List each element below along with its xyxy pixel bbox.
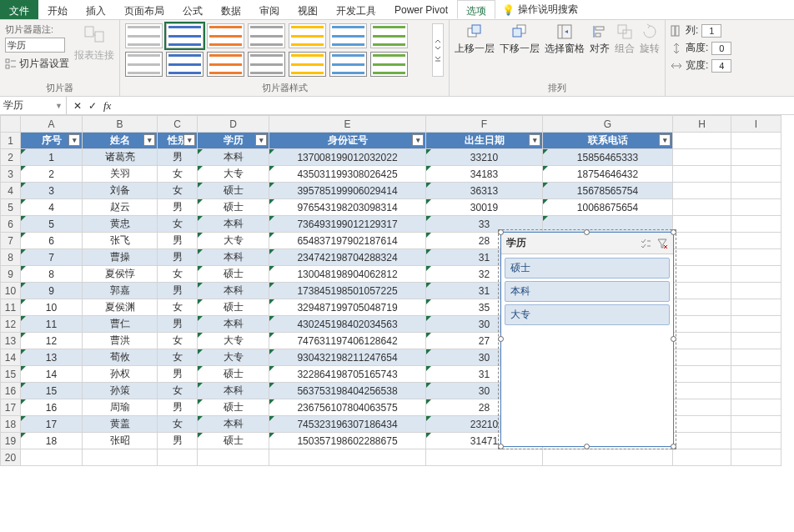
- cell[interactable]: 硕士: [198, 399, 269, 416]
- cell[interactable]: 736493199012129317: [269, 216, 426, 233]
- cell[interactable]: 6: [21, 233, 83, 249]
- cell[interactable]: 150357198602288675: [269, 433, 426, 449]
- col-header[interactable]: B: [83, 116, 158, 133]
- cell[interactable]: [731, 316, 781, 333]
- cell[interactable]: [673, 149, 731, 166]
- cell[interactable]: 张飞: [83, 233, 158, 249]
- cell[interactable]: [673, 433, 731, 449]
- cell[interactable]: 747631197406128642: [269, 333, 426, 349]
- resize-handle[interactable]: [498, 336, 504, 342]
- slicer-item[interactable]: 硕士: [505, 258, 670, 279]
- table-header[interactable]: 性别▾: [158, 133, 198, 149]
- name-box[interactable]: 学历▼: [0, 97, 67, 114]
- row-header[interactable]: 11: [1, 299, 21, 316]
- cell[interactable]: 10: [21, 299, 83, 316]
- cell[interactable]: 14: [21, 366, 83, 383]
- table-header[interactable]: 联系电话▾: [543, 133, 673, 149]
- resize-handle[interactable]: [498, 229, 504, 235]
- row-header[interactable]: 18: [1, 416, 21, 433]
- cell[interactable]: 孙权: [83, 366, 158, 383]
- cell[interactable]: 硕士: [198, 266, 269, 283]
- cell[interactable]: 173845198501057225: [269, 283, 426, 299]
- slicer-item[interactable]: 大专: [505, 304, 670, 325]
- style-gallery-more[interactable]: [432, 23, 444, 77]
- cell[interactable]: [673, 216, 731, 233]
- cell[interactable]: 236756107804063575: [269, 399, 426, 416]
- menu-tab[interactable]: 视图: [289, 0, 327, 19]
- cell[interactable]: 女: [158, 266, 198, 283]
- cell[interactable]: 硕士: [198, 366, 269, 383]
- cell[interactable]: [543, 449, 673, 466]
- cell[interactable]: 本科: [198, 416, 269, 433]
- row-header[interactable]: 7: [1, 233, 21, 249]
- cell[interactable]: 女: [158, 299, 198, 316]
- filter-icon[interactable]: ▾: [183, 134, 195, 146]
- bring-forward[interactable]: 上移一层: [455, 23, 495, 56]
- row-header[interactable]: 1: [1, 133, 21, 149]
- cell[interactable]: [543, 216, 673, 233]
- cell[interactable]: 男: [158, 366, 198, 383]
- fx-icon[interactable]: fx: [103, 99, 111, 113]
- filter-icon[interactable]: ▾: [659, 134, 671, 146]
- cell[interactable]: 女: [158, 166, 198, 183]
- row-header[interactable]: 3: [1, 166, 21, 183]
- cell[interactable]: 1: [21, 149, 83, 166]
- cell[interactable]: [731, 349, 781, 366]
- clear-filter-icon[interactable]: [656, 238, 668, 249]
- enter-icon[interactable]: ✓: [88, 100, 97, 112]
- cell[interactable]: 本科: [198, 249, 269, 266]
- slicer-style[interactable]: [370, 52, 408, 77]
- cell[interactable]: [673, 183, 731, 199]
- cell[interactable]: 大专: [198, 349, 269, 366]
- cell[interactable]: 33210: [426, 149, 543, 166]
- cell[interactable]: [673, 416, 731, 433]
- cell[interactable]: [426, 449, 543, 466]
- menu-tab[interactable]: 插入: [77, 0, 115, 19]
- slicer-style[interactable]: [166, 52, 204, 77]
- cell[interactable]: 654837197902187614: [269, 233, 426, 249]
- cell[interactable]: 本科: [198, 283, 269, 299]
- align[interactable]: 对齐: [590, 23, 610, 56]
- tell-me[interactable]: 💡 操作说明搜索: [495, 0, 585, 19]
- selection-pane[interactable]: 选择窗格: [545, 23, 585, 56]
- cell[interactable]: 18754646432: [543, 166, 673, 183]
- cell[interactable]: 976543198203098314: [269, 199, 426, 216]
- menu-tab[interactable]: Power Pivot: [385, 0, 457, 19]
- slicer-education[interactable]: 学历 硕士本科大专: [500, 232, 674, 447]
- cell[interactable]: 234742198704288324: [269, 249, 426, 266]
- cell[interactable]: [673, 299, 731, 316]
- cell[interactable]: 12: [21, 333, 83, 349]
- cell[interactable]: 大专: [198, 166, 269, 183]
- cell[interactable]: 黄盖: [83, 416, 158, 433]
- cell[interactable]: [198, 449, 269, 466]
- cell[interactable]: 荀攸: [83, 349, 158, 366]
- cell[interactable]: [731, 366, 781, 383]
- cell[interactable]: [731, 383, 781, 399]
- col-header[interactable]: I: [731, 116, 781, 133]
- row-header[interactable]: 13: [1, 333, 21, 349]
- row-header[interactable]: 4: [1, 183, 21, 199]
- cell[interactable]: 15: [21, 383, 83, 399]
- cell[interactable]: 563753198404256538: [269, 383, 426, 399]
- cell[interactable]: 曹洪: [83, 333, 158, 349]
- cell[interactable]: 硕士: [198, 183, 269, 199]
- resize-handle[interactable]: [584, 444, 590, 449]
- cell[interactable]: 15678565754: [543, 183, 673, 199]
- cell[interactable]: 男: [158, 433, 198, 449]
- slicer-style[interactable]: [125, 23, 163, 48]
- cell[interactable]: 435031199308026425: [269, 166, 426, 183]
- slicer-style[interactable]: [289, 52, 326, 77]
- menu-tab[interactable]: 数据: [212, 0, 250, 19]
- cell[interactable]: 女: [158, 183, 198, 199]
- cell[interactable]: [731, 166, 781, 183]
- cell[interactable]: 硕士: [198, 433, 269, 449]
- cell[interactable]: 女: [158, 383, 198, 399]
- cell[interactable]: 18: [21, 433, 83, 449]
- cell[interactable]: 男: [158, 149, 198, 166]
- menu-tab[interactable]: 公式: [173, 0, 212, 19]
- row-header[interactable]: 15: [1, 366, 21, 383]
- cell[interactable]: 8: [21, 266, 83, 283]
- cell[interactable]: 本科: [198, 216, 269, 233]
- filter-icon[interactable]: ▾: [255, 134, 267, 146]
- filter-icon[interactable]: ▾: [412, 134, 424, 146]
